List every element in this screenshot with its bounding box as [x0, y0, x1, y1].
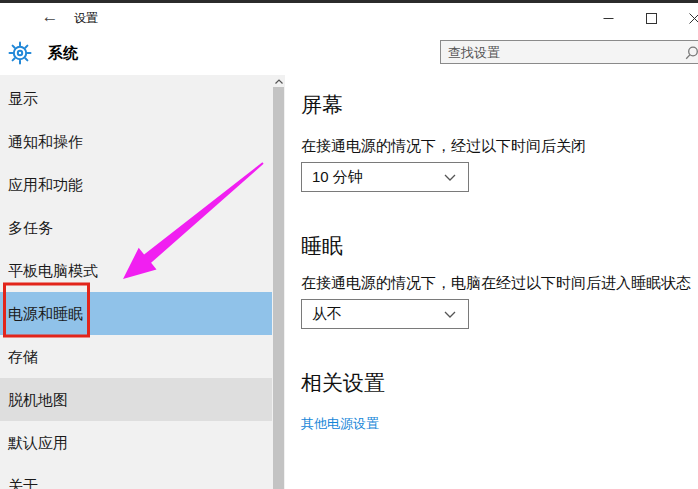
page-header: 系统: [0, 33, 698, 75]
sidebar: 显示 通知和操作 应用和功能 多任务 平板电脑模式 电源和睡眠 存储 脱机地图 …: [0, 75, 285, 489]
scrollbar-up-button[interactable]: [272, 75, 285, 87]
sidebar-item-power-sleep[interactable]: 电源和睡眠: [0, 292, 272, 335]
sidebar-nav: 显示 通知和操作 应用和功能 多任务 平板电脑模式 电源和睡眠 存储 脱机地图 …: [0, 77, 272, 489]
sidebar-item-apps-features[interactable]: 应用和功能: [0, 163, 272, 206]
window-top-border: [0, 0, 698, 3]
sidebar-item-about[interactable]: 关于: [0, 464, 272, 489]
search-icon: [684, 45, 698, 61]
search-box: [440, 40, 698, 64]
main-content: 屏幕 在接通电源的情况下，经过以下时间后关闭 10 分钟 睡眠 在接通电源的情况…: [285, 75, 698, 489]
chevron-down-icon: [444, 311, 456, 318]
dropdown-selected-value: 从不: [312, 305, 342, 324]
chevron-up-icon: [275, 79, 283, 84]
dropdown-selected-value: 10 分钟: [312, 168, 363, 187]
maximize-button[interactable]: [630, 3, 673, 33]
screen-section-heading: 屏幕: [301, 91, 343, 119]
minimize-button[interactable]: [587, 3, 630, 33]
sleep-timeout-label: 在接通电源的情况下，电脑在经过以下时间后进入睡眠状态: [301, 274, 691, 293]
maximize-icon: [646, 13, 657, 24]
close-icon: [689, 13, 698, 24]
sidebar-item-notifications[interactable]: 通知和操作: [0, 120, 272, 163]
related-settings-heading: 相关设置: [301, 369, 385, 397]
screen-timeout-dropdown[interactable]: 10 分钟: [301, 162, 469, 192]
sidebar-item-display[interactable]: 显示: [0, 77, 272, 120]
minimize-icon: [603, 13, 614, 24]
search-input[interactable]: [441, 41, 688, 63]
sidebar-scrollbar[interactable]: [272, 75, 285, 489]
sidebar-item-tablet-mode[interactable]: 平板电脑模式: [0, 249, 272, 292]
sleep-timeout-dropdown[interactable]: 从不: [301, 299, 469, 329]
sidebar-item-multitasking[interactable]: 多任务: [0, 206, 272, 249]
sidebar-item-storage[interactable]: 存储: [0, 335, 272, 378]
titlebar: ← 设置: [0, 3, 698, 33]
sleep-section-heading: 睡眠: [301, 232, 343, 260]
window-title: 设置: [74, 3, 98, 33]
sidebar-item-default-apps[interactable]: 默认应用: [0, 421, 272, 464]
chevron-down-icon: [444, 174, 456, 181]
back-arrow-icon: ←: [42, 7, 59, 26]
page-title: 系统: [48, 44, 78, 63]
screen-timeout-label: 在接通电源的情况下，经过以下时间后关闭: [301, 137, 586, 156]
additional-power-settings-link[interactable]: 其他电源设置: [301, 415, 379, 433]
scrollbar-thumb[interactable]: [273, 87, 284, 489]
close-button[interactable]: [673, 3, 698, 33]
back-button[interactable]: ←: [38, 3, 62, 33]
sidebar-item-offline-maps[interactable]: 脱机地图: [0, 378, 272, 421]
settings-gear-icon: [8, 41, 32, 65]
window-controls: [587, 3, 698, 33]
